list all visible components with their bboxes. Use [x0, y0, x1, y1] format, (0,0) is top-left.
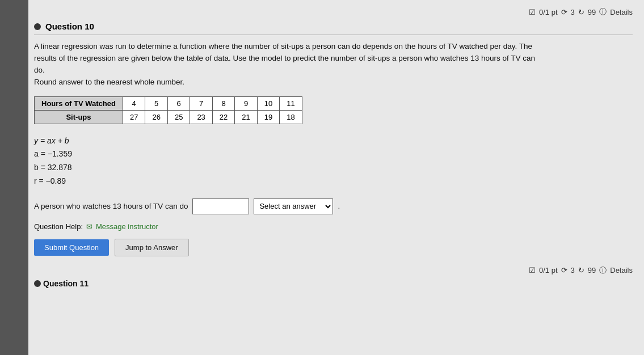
- top-retries: 3: [571, 8, 575, 16]
- question-number: Question 10: [45, 22, 94, 31]
- answer-row: A person who watches 13 hours of TV can …: [34, 198, 633, 214]
- regression-r: r = −0.89: [34, 175, 633, 188]
- table-situps-26: 26: [145, 110, 167, 124]
- bottom-retries: 3: [571, 266, 575, 274]
- top-details-link[interactable]: Details: [610, 8, 633, 16]
- bottom-submissions-icon: ↻: [578, 266, 584, 274]
- top-submissions: 99: [588, 8, 596, 16]
- top-score: 0/1 pt: [539, 8, 558, 16]
- next-question-label: Question 11: [43, 279, 89, 288]
- table-header-10: 10: [257, 96, 279, 110]
- question-body: A linear regression was run to determine…: [34, 41, 545, 88]
- table-header-6: 6: [167, 96, 190, 110]
- answer-prefix: A person who watches 13 hours of TV can …: [34, 202, 188, 210]
- top-info-icon: ⓘ: [599, 7, 607, 17]
- bottom-score: 0/1 pt: [539, 266, 558, 274]
- bottom-checkbox-icon: ☑: [529, 266, 536, 274]
- question-text-main: A linear regression was run to determine…: [34, 42, 535, 74]
- message-instructor-link[interactable]: Message instructor: [96, 222, 158, 231]
- bottom-details-link[interactable]: Details: [610, 266, 633, 274]
- top-checkbox-icon: ☑: [529, 8, 536, 16]
- data-table: Hours of TV Watched 4 5 6 7 8 9 10 11 Si…: [34, 96, 302, 124]
- question-round-note: Round answer to the nearest whole number…: [34, 78, 184, 86]
- bottom-info-icon: ⓘ: [599, 265, 607, 276]
- action-buttons: Submit Question Jump to Answer: [34, 239, 633, 256]
- table-situps-19: 19: [257, 110, 279, 124]
- next-question-row: Question 11: [34, 279, 633, 288]
- table-row-label: Sit-ups: [35, 110, 123, 124]
- table-situps-25: 25: [167, 110, 190, 124]
- bottom-submissions: 99: [588, 266, 596, 274]
- table-header-7: 7: [190, 96, 212, 110]
- title-divider: [34, 35, 633, 35]
- table-situps-18: 18: [280, 110, 302, 124]
- table-situps-21: 21: [235, 110, 257, 124]
- question-help-label: Question Help:: [34, 222, 83, 231]
- table-situps-27: 27: [123, 110, 145, 124]
- top-score-bar: ☑ 0/1 pt ⟳ 3 ↻ 99 ⓘ Details: [34, 7, 633, 17]
- bottom-score-bar: ☑ 0/1 pt ⟳ 3 ↻ 99 ⓘ Details: [34, 265, 633, 276]
- table-header-8: 8: [212, 96, 234, 110]
- regression-block: y = ax + b a = −1.359 b = 32.878 r = −0.…: [34, 134, 633, 188]
- table-header-4: 4: [123, 96, 145, 110]
- table-situps-22: 22: [212, 110, 234, 124]
- regression-equation: y = ax + b: [34, 134, 633, 148]
- bullet-icon: [34, 23, 41, 30]
- envelope-icon: ✉: [86, 222, 92, 231]
- table-situps-23: 23: [190, 110, 212, 124]
- top-retry-icon: ⟳: [561, 8, 567, 16]
- table-header-label: Hours of TV Watched: [35, 96, 123, 110]
- left-sidebar: [0, 0, 28, 355]
- table-header-11: 11: [280, 96, 302, 110]
- answer-input[interactable]: [192, 198, 249, 214]
- regression-a: a = −1.359: [34, 147, 633, 161]
- table-header-9: 9: [235, 96, 257, 110]
- select-answer-dropdown[interactable]: Select an answer: [254, 198, 333, 214]
- question-help-row: Question Help: ✉ Message instructor: [34, 222, 633, 231]
- period: .: [338, 202, 340, 210]
- jump-to-answer-button[interactable]: Jump to Answer: [115, 239, 189, 256]
- next-bullet-icon: [34, 280, 41, 287]
- question-title-row: Question 10: [34, 22, 633, 31]
- submit-question-button[interactable]: Submit Question: [34, 239, 109, 256]
- regression-b: b = 32.878: [34, 161, 633, 175]
- top-submissions-icon: ↻: [578, 8, 584, 16]
- table-header-5: 5: [145, 96, 167, 110]
- bottom-retry-icon: ⟳: [561, 266, 567, 274]
